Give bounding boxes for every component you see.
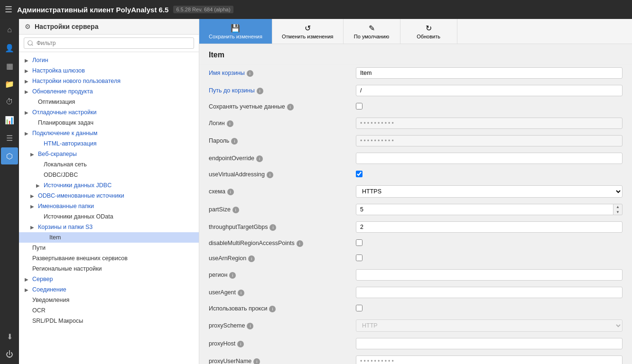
tree-item-html_auth[interactable]: HTML-авторизация bbox=[19, 138, 199, 149]
input-region[interactable] bbox=[356, 269, 623, 281]
app-title: Административный клиент PolyAnalyst 6.5 bbox=[17, 6, 168, 14]
spinner-up-part_size[interactable]: ▲ bbox=[613, 204, 622, 209]
tree-item-ocr[interactable]: OCR bbox=[19, 305, 199, 316]
form-label-bucket_name: Имя корзиныi bbox=[199, 64, 351, 82]
tree-item-ext_services[interactable]: Развертывание внешних сервисов bbox=[19, 253, 199, 264]
checkbox-use_arn_region[interactable] bbox=[356, 255, 362, 261]
tree-item-login[interactable]: ▶Логин bbox=[19, 55, 199, 65]
tree-header: ⚙ Настройки сервера bbox=[19, 19, 199, 35]
info-icon-proxy_username[interactable]: i bbox=[253, 358, 260, 364]
nav-power[interactable]: ⏻ bbox=[1, 346, 18, 363]
refresh-button[interactable]: ↻ Обновить bbox=[400, 19, 457, 44]
form-row-scheme: схемаiHTTPHTTPS bbox=[199, 182, 632, 201]
tree-arrow-server: ▶ bbox=[25, 277, 30, 282]
info-icon-part_size[interactable]: i bbox=[232, 207, 239, 213]
info-icon-login[interactable]: i bbox=[227, 120, 233, 127]
info-icon-scheme[interactable]: i bbox=[227, 189, 234, 195]
password-proxy_username[interactable] bbox=[356, 355, 623, 364]
tree-item-data_connect[interactable]: ▶Подключение к данным bbox=[19, 128, 199, 138]
info-icon-proxy_scheme[interactable]: i bbox=[247, 323, 253, 329]
tree-item-odbc_jdbc[interactable]: ODBC/JDBC bbox=[19, 170, 199, 180]
tree-item-local_net[interactable]: Локальная сеть bbox=[19, 159, 199, 170]
tree-item-odata_sources[interactable]: Источники данных OData bbox=[19, 211, 199, 222]
tree-item-debug[interactable]: ▶Отладочные настройки bbox=[19, 107, 199, 118]
tree-item-regional[interactable]: Региональные настройки bbox=[19, 264, 199, 274]
default-button[interactable]: ✎ По умолчанию bbox=[344, 19, 400, 44]
gear-icon: ⚙ bbox=[25, 23, 31, 30]
info-icon-endpoint_override[interactable]: i bbox=[256, 155, 263, 162]
input-bucket_path[interactable] bbox=[356, 85, 623, 96]
tree-item-paths[interactable]: Пути bbox=[19, 243, 199, 253]
info-icon-proxy_host[interactable]: i bbox=[237, 341, 244, 347]
nav-network[interactable]: ⬡ bbox=[1, 147, 18, 164]
form-value-endpoint_override bbox=[351, 150, 632, 167]
tree-item-jdbc_sources[interactable]: ▶Источники данных JDBC bbox=[19, 180, 199, 191]
info-icon-bucket_name[interactable]: i bbox=[247, 70, 253, 77]
nav-grid[interactable]: ▦ bbox=[1, 57, 18, 74]
info-icon-disable_multi_region[interactable]: i bbox=[297, 240, 303, 247]
info-icon-region[interactable]: i bbox=[229, 272, 236, 279]
tree-item-update[interactable]: ▶Обновление продукта bbox=[19, 86, 199, 97]
app-version: 6.5.28 Rev. 684 (alpha) bbox=[173, 6, 233, 13]
nav-chart[interactable]: 📊 bbox=[1, 111, 18, 128]
spinner-input-part_size[interactable] bbox=[356, 204, 613, 215]
info-icon-throughput_target_gbps[interactable]: i bbox=[270, 224, 276, 231]
filter-input[interactable] bbox=[24, 37, 194, 49]
info-icon-password[interactable]: i bbox=[231, 138, 238, 145]
revert-button[interactable]: ↺ Отменить изменения bbox=[272, 19, 344, 44]
form-table: Имя корзиныiПуть до корзиныiСохранять уч… bbox=[199, 64, 632, 364]
info-icon-save_credentials[interactable]: i bbox=[287, 104, 294, 110]
nav-clock[interactable]: ⏱ bbox=[1, 93, 18, 110]
menu-icon[interactable]: ☰ bbox=[5, 4, 12, 15]
tree-item-notifications[interactable]: Уведомления bbox=[19, 295, 199, 305]
tree-item-server[interactable]: ▶Сервер bbox=[19, 274, 199, 284]
nav-home[interactable]: ⌂ bbox=[1, 21, 18, 38]
form-value-login bbox=[351, 115, 632, 132]
input-proxy_host[interactable] bbox=[356, 338, 623, 349]
tree-arrow-odbc_named: ▶ bbox=[30, 193, 36, 199]
info-icon-use_arn_region[interactable]: i bbox=[248, 255, 255, 262]
info-icon-use_proxy[interactable]: i bbox=[269, 306, 276, 312]
tree-item-odbc_named[interactable]: ▶ODBC-именованные источники bbox=[19, 191, 199, 201]
input-endpoint_override[interactable] bbox=[356, 153, 623, 164]
tree-arrow-data_connect: ▶ bbox=[25, 131, 30, 136]
nav-download[interactable]: ⬇ bbox=[1, 328, 18, 345]
nav-user[interactable]: 👤 bbox=[1, 39, 18, 56]
tree-label-odbc_jdbc: ODBC/JDBC bbox=[44, 172, 78, 178]
select-scheme[interactable]: HTTPHTTPS bbox=[356, 185, 623, 198]
save-icon: 💾 bbox=[231, 24, 240, 33]
checkbox-use_virtual_addressing[interactable] bbox=[356, 171, 362, 177]
tree-item-new_user[interactable]: ▶Настройки нового пользователя bbox=[19, 76, 199, 86]
checkbox-use_proxy[interactable] bbox=[356, 305, 362, 311]
spinner-down-part_size[interactable]: ▼ bbox=[613, 209, 622, 215]
info-icon-use_virtual_addressing[interactable]: i bbox=[267, 172, 273, 178]
tree-body: ▶Логин▶Настройка шлюзов▶Настройки нового… bbox=[19, 52, 199, 364]
save-button[interactable]: 💾 Сохранить изменения bbox=[199, 19, 272, 44]
input-user_agent[interactable] bbox=[356, 287, 623, 298]
tree-item-optimize[interactable]: Оптимизация bbox=[19, 97, 199, 107]
checkbox-save_credentials[interactable] bbox=[356, 103, 362, 109]
content-title: Item bbox=[199, 44, 632, 64]
tree-item-srl_macros[interactable]: SRL/PDL Макросы bbox=[19, 316, 199, 326]
tree-item-item[interactable]: Item bbox=[19, 232, 199, 243]
form-label-part_size: partSizei bbox=[199, 201, 351, 218]
tree-item-gateway[interactable]: ▶Настройка шлюзов bbox=[19, 65, 199, 76]
info-icon-bucket_path[interactable]: i bbox=[257, 88, 263, 94]
input-bucket_name[interactable] bbox=[356, 67, 623, 79]
tree-item-scheduler[interactable]: Планировщик задач bbox=[19, 118, 199, 128]
main-layout: ⌂ 👤 ▦ 📁 ⏱ 📊 ☰ ⬡ ⬇ ⏻ ⚙ Настройки сервера … bbox=[0, 19, 632, 364]
nav-list[interactable]: ☰ bbox=[1, 129, 18, 146]
tree-item-s3_buckets[interactable]: ▶Корзины и папки S3 bbox=[19, 222, 199, 232]
tree-item-named_folders[interactable]: ▶Именованные папки bbox=[19, 201, 199, 211]
label-text-proxy_username: proxyUserName bbox=[209, 358, 251, 364]
spinner-wrap-part_size: ▲▼ bbox=[356, 204, 623, 215]
form-value-save_credentials bbox=[351, 100, 632, 115]
checkbox-disable_multi_region[interactable] bbox=[356, 239, 362, 246]
nav-folder[interactable]: 📁 bbox=[1, 75, 18, 92]
form-label-scheme: схемаi bbox=[199, 182, 351, 201]
info-icon-user_agent[interactable]: i bbox=[238, 290, 244, 296]
tree-item-connection[interactable]: ▶Соединение bbox=[19, 284, 199, 295]
form-label-bucket_path: Путь до корзиныi bbox=[199, 82, 351, 100]
input-throughput_target_gbps[interactable] bbox=[356, 221, 623, 233]
tree-item-web_scrapers[interactable]: ▶Веб-скраперы bbox=[19, 149, 199, 159]
